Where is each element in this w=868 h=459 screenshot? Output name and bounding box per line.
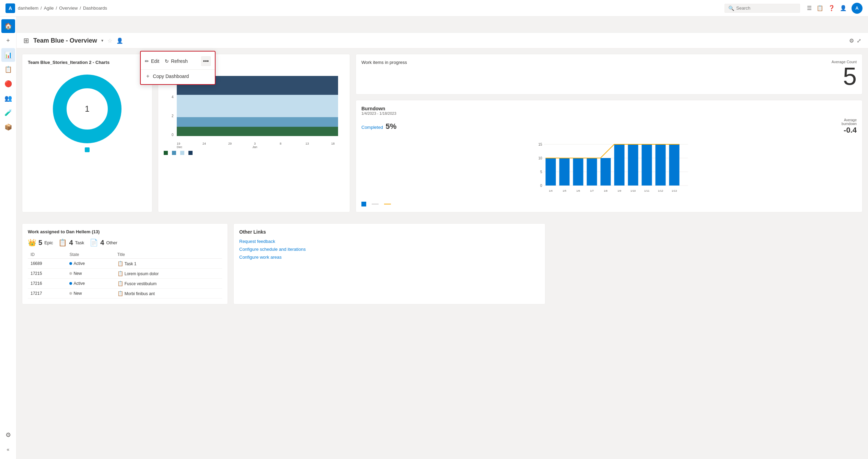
sidebar-collapse-icon[interactable]: «: [1, 443, 15, 456]
settings-gear-icon[interactable]: ⚙: [849, 37, 854, 44]
sidebar-item-extra[interactable]: 📦: [1, 120, 15, 134]
cfd-legend-color-4: [188, 151, 193, 155]
refresh-button[interactable]: ↻ Refresh: [165, 58, 188, 64]
donut-legend: [85, 147, 90, 152]
burndown-completed-link[interactable]: Completed: [361, 125, 383, 130]
svg-text:24: 24: [202, 142, 206, 145]
sidebar-item-test[interactable]: 👥: [1, 91, 15, 105]
other-label: Other: [106, 240, 117, 245]
avatar[interactable]: A: [852, 3, 863, 14]
burndown-bar-color: [361, 202, 366, 206]
cfd-legend-color-1: [164, 151, 168, 155]
work-items-table: ID State Title 16689 Active 📋Task 1 1721…: [28, 251, 222, 299]
search-input[interactable]: [736, 5, 796, 11]
svg-rect-33: [628, 144, 638, 186]
cfd-legend: [164, 151, 344, 155]
svg-text:1/9: 1/9: [617, 189, 622, 192]
svg-text:2: 2: [172, 114, 174, 118]
svg-text:Dec: Dec: [177, 145, 183, 148]
task-type-icon: 📋: [117, 261, 123, 266]
svg-text:Jan: Jan: [252, 145, 257, 148]
burndown-legend: [361, 202, 857, 206]
svg-rect-30: [587, 158, 597, 186]
search-icon: 🔍: [728, 5, 734, 11]
svg-rect-28: [559, 158, 570, 186]
right-spacer: [551, 223, 863, 304]
svg-rect-36: [669, 144, 680, 186]
breadcrumb-item-1[interactable]: danhellem: [18, 5, 38, 11]
person-icon[interactable]: 👤: [840, 5, 847, 11]
team-person-icon[interactable]: 👤: [116, 37, 123, 44]
burndown-dates: 1/4/2023 - 1/18/2023: [361, 111, 857, 115]
svg-text:13: 13: [305, 142, 309, 145]
dropdown-divider: [141, 69, 215, 70]
other-link-item[interactable]: Configure work areas: [239, 255, 540, 260]
other-link-item[interactable]: Request feedback: [239, 239, 540, 244]
sidebar-item-pipelines[interactable]: 🔴: [1, 77, 15, 91]
edit-button[interactable]: ✏ Edit: [145, 58, 159, 64]
burndown-completed-section: Completed 5%: [361, 122, 396, 131]
stories-chart-card: Team Blue_Stories_Iteration 2 - Charts 1: [22, 54, 152, 212]
sidebar-item-repos[interactable]: 📋: [1, 63, 15, 76]
svg-text:1/8: 1/8: [604, 189, 608, 192]
top-nav: A danhellem / Agile / Overview / Dashboa…: [0, 0, 868, 16]
breadcrumb-item-3[interactable]: Overview: [59, 5, 78, 11]
breadcrumb-sep-3: /: [80, 5, 81, 11]
sidebar-item-artifacts[interactable]: 🧪: [1, 106, 15, 120]
work-items-card: Work items in progress Average Count 5: [356, 54, 863, 94]
svg-text:29: 29: [228, 142, 232, 145]
cfd-legend-color-2: [172, 151, 176, 155]
task-type-icon: 📋: [117, 271, 123, 276]
list-icon[interactable]: ☰: [807, 5, 812, 11]
svg-rect-35: [656, 144, 666, 186]
svg-text:1: 1: [85, 104, 89, 113]
favorite-star-icon[interactable]: ☆: [107, 37, 112, 44]
help-icon[interactable]: ❓: [828, 5, 835, 11]
breadcrumb-sep-1: /: [40, 5, 42, 11]
work-items-header: Work items in progress Average Count 5: [361, 60, 857, 89]
state-dot: [69, 272, 72, 275]
refresh-icon: ↻: [165, 58, 169, 64]
svg-rect-34: [642, 144, 652, 186]
task-count: 4: [69, 239, 73, 247]
expand-icon[interactable]: ⤢: [857, 37, 861, 44]
title-chevron-icon[interactable]: ▾: [101, 38, 103, 43]
edit-label: Edit: [151, 58, 159, 64]
state-dot: [69, 282, 72, 285]
copy-dashboard-item[interactable]: + Copy Dashboard: [141, 71, 215, 81]
svg-text:15: 15: [538, 143, 542, 146]
dashboard-grid-icon: ⊞: [23, 36, 29, 45]
other-link-item[interactable]: Configure schedule and iterations: [239, 247, 540, 252]
table-row: 17215 New 📋Lorem ipsum dolor: [28, 269, 222, 279]
other-links-card: Other Links Request feedbackConfigure sc…: [233, 223, 545, 304]
sidebar: 🏠 + 📊 📋 🔴 👥 🧪 📦 ⚙ «: [0, 16, 16, 459]
table-row: 16689 Active 📋Task 1: [28, 259, 222, 269]
svg-rect-9: [177, 127, 338, 136]
breadcrumb-item-2[interactable]: Agile: [44, 5, 54, 11]
main-content: ⊞ Team Blue - Overview ▾ ☆ 👤 ⚙ ⤢ ✏ Edit …: [16, 33, 868, 459]
other-icon: 📄: [90, 238, 98, 247]
cell-state: Active: [67, 259, 114, 269]
burndown-legend-line1: [372, 204, 379, 204]
breadcrumb: danhellem / Agile / Overview / Dashboard…: [18, 5, 107, 11]
sidebar-item-board[interactable]: +: [1, 34, 15, 47]
sidebar-settings-icon[interactable]: ⚙: [1, 428, 15, 442]
dropdown-top-row: ✏ Edit ↻ Refresh •••: [141, 54, 215, 68]
task-type-icon: 📋: [117, 291, 123, 296]
burndown-avg-label: Average burndown: [842, 118, 857, 126]
cell-title: 📋Task 1: [115, 259, 222, 269]
search-box[interactable]: 🔍: [725, 4, 800, 13]
breadcrumb-item-4[interactable]: Dashboards: [83, 5, 107, 11]
more-options-button[interactable]: •••: [201, 56, 211, 66]
cfd-legend-item-2: [172, 151, 176, 155]
burndown-orange-line-color: [384, 204, 391, 204]
cell-id: 17217: [28, 289, 67, 299]
sidebar-item-dashboard[interactable]: 📊: [1, 48, 15, 62]
cell-id: 17216: [28, 279, 67, 289]
donut-chart-container: 1: [28, 69, 147, 158]
briefcase-icon[interactable]: 📋: [817, 5, 823, 11]
other-links-title: Other Links: [239, 229, 540, 235]
refresh-label: Refresh: [171, 58, 188, 64]
svg-text:10: 10: [538, 156, 542, 160]
sidebar-item-home[interactable]: 🏠: [1, 19, 15, 33]
